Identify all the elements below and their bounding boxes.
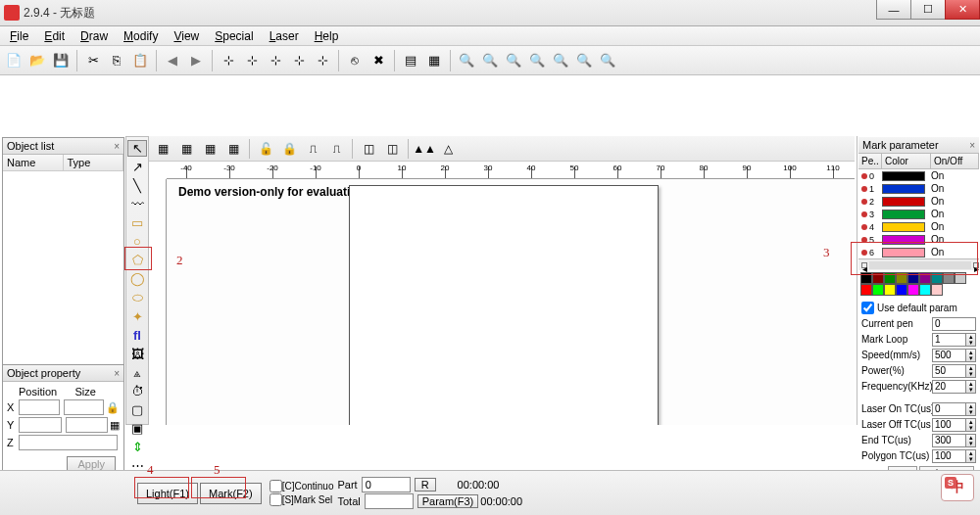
palette-swatch[interactable] [955,272,966,284]
speed-field[interactable]: 500 [932,349,966,362]
pen-row[interactable]: 0On [858,169,979,182]
snap2-icon[interactable]: ⊹ [241,50,263,71]
pen-row[interactable]: 4On [858,220,979,233]
palette-swatch[interactable] [872,272,884,284]
spin-icon[interactable]: ▴▾ [966,434,976,447]
tool-b-icon[interactable]: ✖ [368,50,389,71]
spin-icon[interactable]: ▴▾ [966,364,976,378]
spin-icon[interactable]: ▴▾ [966,402,976,416]
align2-icon[interactable]: ⎍ [325,138,347,160]
mark-button[interactable]: Mark(F2) [200,483,262,504]
close-icon[interactable]: × [114,368,120,379]
zoom-fit-icon[interactable]: 🔍 [526,50,548,71]
col-color[interactable]: Color [882,154,931,168]
col-onoff[interactable]: On/Off [931,154,979,168]
palette-swatch[interactable] [907,284,919,296]
grid4-icon[interactable]: ▦ [222,138,244,160]
new-icon[interactable]: 📄 [3,50,24,71]
menu-draw[interactable]: Draw [73,27,116,45]
group-icon[interactable]: ◫ [358,138,379,160]
palette-swatch[interactable] [943,272,955,284]
palette-swatch[interactable] [860,284,872,296]
menu-file[interactable]: File [2,27,36,45]
ellipse-tool-icon[interactable]: ◯ [127,270,147,287]
spin-icon[interactable]: ▴▾ [966,380,976,394]
total-field[interactable] [365,493,414,509]
extend-tool-icon[interactable]: ⇕ [127,439,147,455]
palette-swatch[interactable] [919,272,931,284]
zoom-prev-icon[interactable]: 🔍 [597,50,618,71]
end-tc-field[interactable]: 300 [932,434,966,447]
line-tool-icon[interactable]: ╲ [127,177,147,194]
x-pos-field[interactable] [19,399,60,415]
pen-row[interactable]: 5On [858,233,979,246]
palette-swatch[interactable] [896,284,907,296]
maximize-button[interactable]: ☐ [910,0,946,20]
close-icon[interactable]: × [969,140,975,151]
pen-row[interactable]: 3On [858,208,979,220]
col-name[interactable]: Name [3,155,64,170]
canvas[interactable]: Demo version-only for evaluation [167,179,855,425]
palette-swatch[interactable] [884,272,896,284]
mark-loop-field[interactable]: 1 [932,333,966,347]
menu-edit[interactable]: Edit [36,27,73,45]
open-icon[interactable]: 📂 [26,50,48,71]
laser-off-field[interactable]: 100 [932,418,966,432]
image-tool-icon[interactable]: 🖼 [127,346,147,362]
save-icon[interactable]: 💾 [50,50,72,71]
lock-x-icon[interactable]: 🔒 [106,401,120,414]
menu-modify[interactable]: Modify [116,27,166,45]
mirror-v-icon[interactable]: △ [437,138,459,160]
z-field[interactable] [19,435,118,450]
use-default-checkbox[interactable] [861,302,874,314]
timer-tool-icon[interactable]: ⏱ [127,383,147,399]
spin-icon[interactable]: ▴▾ [966,449,976,463]
zoom-sel-icon[interactable]: 🔍 [550,50,571,71]
pen-row[interactable]: 6On [858,246,979,258]
laser-on-field[interactable]: 0 [932,402,966,416]
lock-icon[interactable]: 🔓 [255,138,276,160]
palette-swatch[interactable] [931,272,943,284]
col-pen[interactable]: Pe.. [858,154,882,168]
snap4-icon[interactable]: ⊹ [288,50,310,71]
lock2-icon[interactable]: 🔒 [278,138,300,160]
copy-icon[interactable]: ⎘ [106,50,127,71]
ime-badge[interactable]: S中 [941,474,974,501]
pen-list[interactable]: Pe.. Color On/Off 0On1On2On3On4On5On6On … [858,154,979,270]
list-icon[interactable]: ▤ [400,50,421,71]
palette-swatch[interactable] [919,284,931,296]
col-type[interactable]: Type [64,155,124,170]
polygon-tc-field[interactable]: 100 [932,449,966,463]
r-button[interactable]: R [415,478,436,492]
palette-swatch[interactable] [931,284,943,296]
menu-laser[interactable]: Laser [262,27,307,45]
mark-sel-checkbox[interactable] [270,493,282,506]
node-tool-icon[interactable]: ↗ [127,159,147,175]
rect-tool-icon[interactable]: ▭ [127,214,147,231]
y-pos-field[interactable] [19,417,62,433]
y-size-field[interactable] [66,417,109,433]
current-pen-field[interactable]: 0 [932,317,976,331]
snap1-icon[interactable]: ⊹ [218,50,239,71]
palette-swatch[interactable] [872,284,884,296]
menu-view[interactable]: View [166,27,207,45]
pen-row[interactable]: 2On [858,195,979,208]
vector-tool-icon[interactable]: ⟁ [127,364,147,381]
close-icon[interactable]: × [114,141,120,152]
aspect-icon[interactable]: ▦ [110,419,120,432]
palette-swatch[interactable] [907,272,919,284]
spin-icon[interactable]: ▴▾ [966,418,976,432]
minimize-button[interactable]: — [876,0,911,20]
grid2-icon[interactable]: ▦ [175,138,197,160]
grid1-icon[interactable]: ▦ [152,138,173,160]
undo-icon[interactable]: ◀ [162,50,183,71]
zoom-all-icon[interactable]: 🔍 [573,50,595,71]
grid-icon[interactable]: ▦ [423,50,445,71]
x-size-field[interactable] [64,399,105,415]
mirror-h-icon[interactable]: ▲▲ [414,138,435,160]
palette-swatch[interactable] [884,284,896,296]
object-list-body[interactable] [3,171,123,375]
ungroup-icon[interactable]: ◫ [381,138,403,160]
zoom-icon[interactable]: 🔍 [456,50,477,71]
palette-swatch[interactable] [860,272,872,284]
